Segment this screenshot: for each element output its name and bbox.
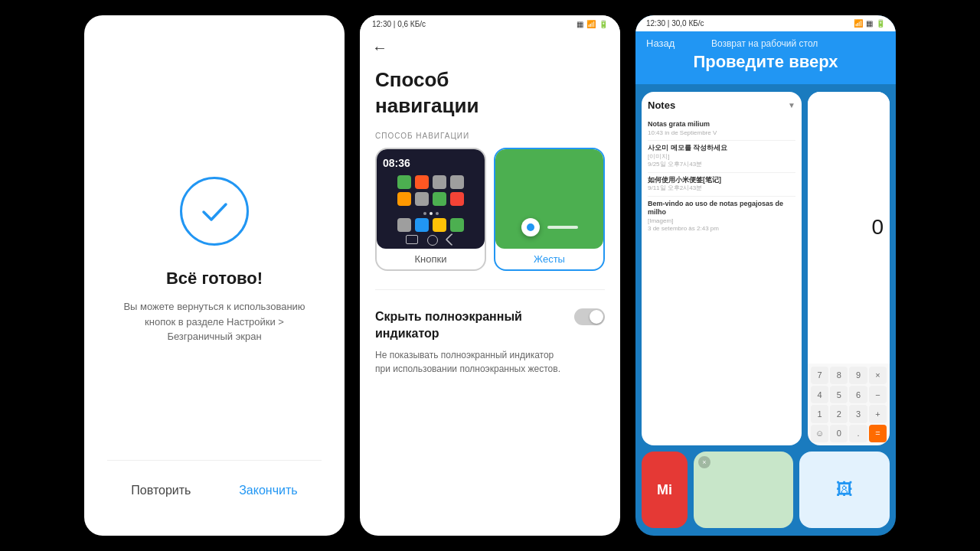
notes-title: Notes [648, 99, 675, 111]
calc-btn-6[interactable]: 6 [849, 386, 867, 403]
calc-btn-plus[interactable]: + [869, 405, 887, 422]
toggle-section: Скрыть полноэкранный индикатор Не показы… [375, 289, 605, 377]
screen3-signal-icon: 📶 [854, 19, 863, 28]
signal-icon: 📶 [586, 20, 596, 28]
gestures-label: Жесты [495, 249, 603, 269]
calc-btn-smiley[interactable]: ☺ [811, 425, 828, 442]
calc-btn-4[interactable]: 4 [811, 386, 828, 403]
calc-btn-multiply[interactable]: × [869, 367, 887, 384]
screen3-body: Notes ▼ Notas grata milium 10:43 in de S… [635, 84, 896, 536]
screen2-navigation: 12:30 | 0,6 КБ/с ▦ 📶 🔋 ← Способ навигаци… [360, 15, 620, 536]
screen3-status-bar: 12:30 | 30,0 КБ/с 📶 ▦ 🔋 [635, 15, 896, 31]
back-arrow-icon[interactable]: ← [372, 39, 387, 57]
calc-btn-2[interactable]: 2 [830, 405, 848, 422]
calc-display-num: 0 [871, 215, 884, 240]
checkmark-circle [180, 177, 249, 246]
screen3-wifi-icon: ▦ [866, 19, 873, 28]
note-item-1: Notas grata milium 10:43 in de Septiembr… [648, 117, 795, 141]
screen3-battery-icon: 🔋 [876, 19, 885, 28]
calc-btn-0[interactable]: 0 [830, 425, 848, 442]
calc-btn-1[interactable]: 1 [811, 405, 828, 422]
mi-label: Mi [657, 482, 672, 498]
toggle-row: Скрыть полноэкранный индикатор Не показы… [375, 308, 605, 377]
mock-icons-row3 [397, 218, 464, 232]
battery-icon: 🔋 [599, 20, 608, 28]
screen2-status-time: 12:30 | 0,6 КБ/с [372, 20, 426, 28]
buttons-label: Кнопки [377, 249, 485, 269]
small-card1-close[interactable]: × [698, 456, 710, 468]
screen3-recent-apps: 12:30 | 30,0 КБ/с 📶 ▦ 🔋 Назад Возврат на… [635, 15, 896, 536]
screen3-top-row: Назад Возврат на рабочий стол [646, 37, 885, 49]
app-cards-row: Notes ▼ Notas grata milium 10:43 in de S… [642, 92, 890, 445]
note-item-4: Bem-vindo ao uso de notas pegajosas de m… [648, 197, 795, 236]
toggle-title: Скрыть полноэкранный индикатор [375, 308, 567, 343]
screen2-status-bar: 12:30 | 0,6 КБ/с ▦ 📶 🔋 [360, 15, 620, 33]
notes-header: Notes ▼ [648, 99, 795, 111]
calc-btn-equals[interactable]: = [869, 425, 887, 442]
screen2-header: ← [360, 33, 620, 60]
screen3-back-btn[interactable]: Назад [646, 37, 675, 49]
notes-dropdown-icon[interactable]: ▼ [788, 101, 795, 109]
screen3-top-bar: Назад Возврат на рабочий стол Проведите … [635, 31, 896, 84]
screens-container: Всё готово! Вы можете вернуться к исполь… [0, 0, 980, 551]
toggle-desc: Не показывать полноэкранный индикатор пр… [375, 348, 567, 376]
calc-btn-8[interactable]: 8 [830, 367, 848, 384]
calc-btn-3[interactable]: 3 [849, 405, 867, 422]
note-item-2: 사오미 메모를 작성하세요 [이미지] 9/25일 오후7시43분 [648, 141, 795, 172]
screen2-status-icons: ▦ 📶 🔋 [577, 20, 608, 28]
mock-icons-row1 [397, 175, 464, 189]
bottom-cards-row: Mi × 🖼 [642, 452, 890, 528]
toggle-switch[interactable] [574, 308, 605, 325]
nav-title: Способ навигации [375, 67, 605, 119]
note-item-3: 如何使用小米便签[笔记] 9/11일 오후2시43분 [648, 173, 795, 197]
photo-icon: 🖼 [836, 480, 853, 500]
toggle-knob [590, 310, 603, 324]
screen3-status-time: 12:30 | 30,0 КБ/с [646, 19, 704, 28]
gesture-bar [547, 226, 578, 229]
small-card-blue[interactable]: 🖼 [799, 452, 890, 528]
repeat-button[interactable]: Повторить [116, 476, 206, 505]
toggle-text: Скрыть полноэкранный индикатор Не показы… [375, 308, 567, 377]
nav-option-gestures[interactable]: Жесты [494, 148, 605, 271]
calc-btn-9[interactable]: 9 [849, 367, 867, 384]
wifi-icon: ▦ [577, 20, 583, 28]
screen2-body: Способ навигации СПОСОБ НАВИГАЦИИ 08:36 [360, 60, 620, 511]
section-label: СПОСОБ НАВИГАЦИИ [375, 132, 605, 140]
calc-btn-dot[interactable]: . [849, 425, 867, 442]
gestures-mockup [495, 149, 603, 249]
screen1-buttons: Повторить Закончить [107, 460, 322, 505]
mi-app-card[interactable]: Mi [642, 452, 688, 528]
screen3-status-icons: 📶 ▦ 🔋 [854, 19, 885, 28]
gesture-indicator [521, 218, 540, 236]
mock-nav-bar [406, 235, 456, 249]
screen1-title: Всё готово! [166, 269, 263, 289]
finish-button[interactable]: Закончить [224, 476, 312, 505]
calc-display: 0 [808, 92, 890, 364]
calc-btn-minus[interactable]: − [869, 386, 887, 403]
screen1-content: Всё готово! Вы можете вернуться к исполь… [115, 61, 314, 460]
screen1-subtitle: Вы можете вернуться к использованию кноп… [115, 299, 314, 344]
nav-options: 08:36 [375, 148, 605, 271]
nav-option-buttons[interactable]: 08:36 [375, 148, 486, 271]
calc-buttons-grid: 7 8 9 × 4 5 6 − 1 2 3 + ☺ 0 . [808, 364, 890, 445]
calc-btn-5[interactable]: 5 [830, 386, 848, 403]
notes-app-card[interactable]: Notes ▼ Notas grata milium 10:43 in de S… [642, 92, 802, 445]
small-card-green[interactable]: × [694, 452, 793, 528]
buttons-mockup: 08:36 [377, 149, 485, 249]
return-desktop-label: Возврат на рабочий стол [711, 38, 818, 49]
mock-icons-row2 [397, 192, 464, 206]
calc-app-card[interactable]: 0 7 8 9 × 4 5 6 − 1 2 3 + [808, 92, 890, 445]
screen1-setup-complete: Всё готово! Вы можете вернуться к исполь… [84, 15, 345, 536]
swipe-up-label: Проведите вверх [646, 52, 885, 75]
calc-btn-7[interactable]: 7 [811, 367, 828, 384]
